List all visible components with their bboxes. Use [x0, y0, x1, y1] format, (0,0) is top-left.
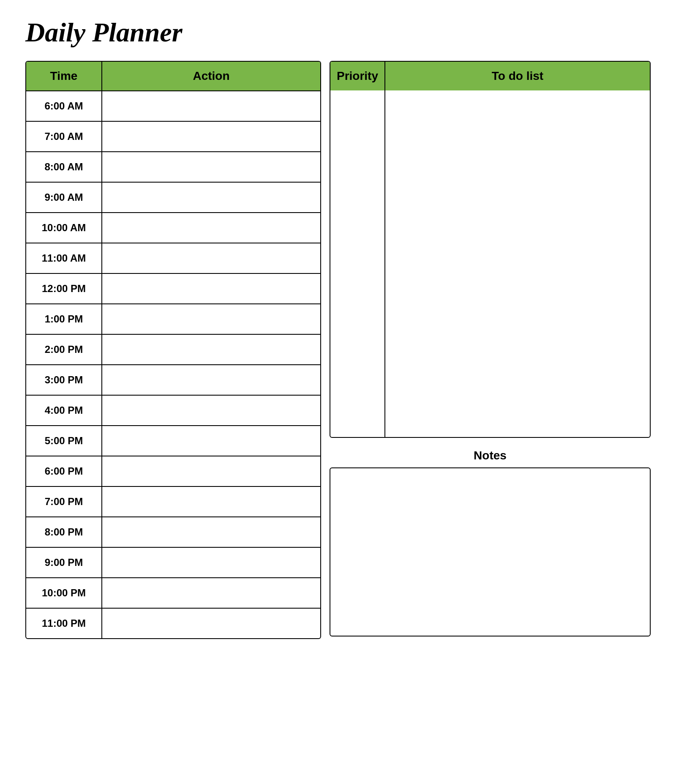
notes-label: Notes [330, 442, 651, 467]
time-row: 11:00 PM [26, 608, 320, 638]
priority-column-header: Priority [330, 62, 385, 90]
schedule-table: Time Action 6:00 AM7:00 AM8:00 AM9:00 AM… [25, 61, 321, 639]
time-cell: 12:00 PM [26, 274, 102, 303]
time-row: 7:00 AM [26, 121, 320, 151]
time-rows: 6:00 AM7:00 AM8:00 AM9:00 AM10:00 AM11:0… [26, 90, 320, 638]
time-row: 4:00 PM [26, 395, 320, 425]
priority-col [330, 90, 385, 437]
time-cell: 4:00 PM [26, 396, 102, 425]
time-cell: 8:00 AM [26, 152, 102, 182]
todo-column-header: To do list [385, 62, 650, 90]
time-cell: 3:00 PM [26, 365, 102, 395]
action-cell[interactable] [102, 274, 320, 303]
notes-area[interactable] [330, 467, 651, 636]
action-cell[interactable] [102, 487, 320, 516]
page-title: Daily Planner [25, 17, 651, 48]
action-cell[interactable] [102, 396, 320, 425]
time-row: 6:00 PM [26, 456, 320, 486]
time-cell: 10:00 AM [26, 213, 102, 243]
main-layout: Time Action 6:00 AM7:00 AM8:00 AM9:00 AM… [25, 61, 651, 639]
action-column-header: Action [102, 62, 320, 90]
time-cell: 6:00 PM [26, 456, 102, 486]
time-cell: 11:00 PM [26, 609, 102, 638]
time-row: 8:00 AM [26, 151, 320, 182]
action-cell[interactable] [102, 517, 320, 547]
time-row: 6:00 AM [26, 90, 320, 121]
time-row: 9:00 PM [26, 547, 320, 577]
time-cell: 6:00 AM [26, 91, 102, 121]
action-cell[interactable] [102, 122, 320, 151]
time-cell: 10:00 PM [26, 578, 102, 608]
time-row: 10:00 AM [26, 212, 320, 243]
time-row: 11:00 AM [26, 243, 320, 273]
time-cell: 1:00 PM [26, 304, 102, 334]
action-cell[interactable] [102, 456, 320, 486]
time-row: 9:00 AM [26, 182, 320, 212]
right-section: Priority To do list Notes [330, 61, 651, 636]
time-cell: 5:00 PM [26, 426, 102, 456]
time-cell: 2:00 PM [26, 335, 102, 364]
todo-col [385, 90, 650, 437]
time-row: 5:00 PM [26, 425, 320, 456]
time-cell: 11:00 AM [26, 243, 102, 273]
action-cell[interactable] [102, 91, 320, 121]
time-cell: 8:00 PM [26, 517, 102, 547]
time-row: 7:00 PM [26, 486, 320, 516]
action-cell[interactable] [102, 426, 320, 456]
todo-table: Priority To do list [330, 61, 651, 438]
action-cell[interactable] [102, 548, 320, 577]
action-cell[interactable] [102, 365, 320, 395]
action-cell[interactable] [102, 609, 320, 638]
time-column-header: Time [26, 62, 102, 90]
todo-body [330, 90, 650, 437]
action-cell[interactable] [102, 183, 320, 212]
time-cell: 9:00 PM [26, 548, 102, 577]
time-row: 1:00 PM [26, 303, 320, 334]
schedule-header: Time Action [26, 62, 320, 90]
action-cell[interactable] [102, 152, 320, 182]
action-cell[interactable] [102, 243, 320, 273]
time-row: 2:00 PM [26, 334, 320, 364]
time-row: 8:00 PM [26, 516, 320, 547]
action-cell[interactable] [102, 335, 320, 364]
todo-header: Priority To do list [330, 62, 650, 90]
time-cell: 7:00 PM [26, 487, 102, 516]
time-cell: 7:00 AM [26, 122, 102, 151]
time-cell: 9:00 AM [26, 183, 102, 212]
time-row: 10:00 PM [26, 577, 320, 608]
action-cell[interactable] [102, 213, 320, 243]
action-cell[interactable] [102, 578, 320, 608]
action-cell[interactable] [102, 304, 320, 334]
time-row: 3:00 PM [26, 364, 320, 395]
time-row: 12:00 PM [26, 273, 320, 303]
